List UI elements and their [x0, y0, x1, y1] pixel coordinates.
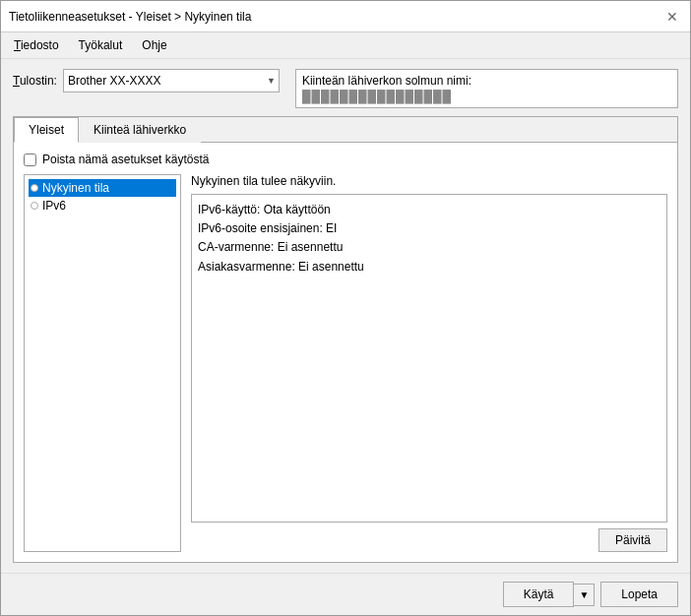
menu-ohje-label: Ohje — [142, 38, 166, 52]
printer-select[interactable]: Brother XX-XXXX — [63, 69, 280, 92]
tab-content-yleiset: Poista nämä asetukset käytöstä Nykyinen … — [14, 143, 677, 562]
close-dialog-label: Lopeta — [621, 587, 658, 601]
menu-tiedosto[interactable]: Tiedosto — [5, 34, 68, 56]
refresh-button[interactable]: Päivitä — [598, 528, 667, 552]
left-tree: Nykyinen tila IPv6 — [24, 174, 181, 552]
status-textarea[interactable] — [191, 194, 667, 523]
status-description: Nykyinen tila tulee näkyviin. — [191, 174, 667, 188]
menu-ohje[interactable]: Ohje — [133, 34, 175, 56]
printer-label: Tulostin: — [13, 74, 57, 88]
disable-settings-label[interactable]: Poista nämä asetukset käytöstä — [42, 153, 209, 166]
footer-btn-group: Käytä ▼ — [503, 582, 596, 607]
main-panel: Nykyinen tila IPv6 Nykyinen tila tulee n… — [24, 174, 667, 552]
right-panel: Nykyinen tila tulee näkyviin. Päivitä — [191, 174, 667, 552]
disable-settings-checkbox[interactable] — [24, 154, 36, 166]
tree-item-ipv6[interactable]: IPv6 — [29, 197, 176, 215]
apply-dropdown-arrow[interactable]: ▼ — [574, 584, 595, 606]
content-area: Tulostin: Brother XX-XXXX Kiinteän lähiv… — [1, 59, 690, 573]
checkbox-row: Poista nämä asetukset käytöstä — [24, 153, 667, 166]
main-window: Tietoliikenneasetukset - Yleiset > Nykyi… — [0, 0, 691, 616]
footer: Käytä ▼ Lopeta — [1, 573, 690, 615]
tree-bullet-ipv6 — [31, 202, 38, 210]
network-name-group: Kiinteän lähiverkon solmun nimi: ███████… — [295, 69, 678, 108]
tab-yleiset-label: Yleiset — [29, 123, 64, 137]
tab-kiintea-lahiverkko[interactable]: Kiinteä lähiverkko — [79, 117, 201, 143]
printer-group: Tulostin: Brother XX-XXXX — [13, 69, 280, 92]
close-button[interactable]: ✕ — [662, 10, 682, 24]
menu-tyokalut-label: Työkalut — [79, 38, 123, 52]
menu-tyokalut[interactable]: Työkalut — [70, 34, 132, 56]
menu-tiedosto-label: Tiedosto — [14, 38, 59, 52]
apply-button[interactable]: Käytä — [503, 582, 575, 607]
tab-kiintea-lahiverkko-label: Kiinteä lähiverkko — [94, 123, 186, 137]
title-bar: Tietoliikenneasetukset - Yleiset > Nykyi… — [1, 1, 690, 32]
tree-item-label-nykyinen-tila: Nykyinen tila — [42, 181, 109, 195]
network-name-label: Kiinteän lähiverkon solmun nimi: — [302, 74, 671, 88]
window-title: Tietoliikenneasetukset - Yleiset > Nykyi… — [9, 10, 251, 24]
title-bar-controls: ✕ — [662, 10, 682, 24]
apply-button-label: Käytä — [524, 587, 554, 601]
tree-item-label-ipv6: IPv6 — [42, 199, 66, 213]
network-name-value: ████████████████ — [302, 90, 671, 103]
tree-item-nykyinen-tila[interactable]: Nykyinen tila — [29, 179, 176, 197]
top-row: Tulostin: Brother XX-XXXX Kiinteän lähiv… — [13, 69, 678, 108]
close-dialog-button[interactable]: Lopeta — [600, 582, 678, 607]
tree-bullet-nykyinen-tila — [31, 184, 38, 192]
tab-yleiset[interactable]: Yleiset — [14, 117, 79, 143]
refresh-row: Päivitä — [191, 528, 667, 552]
tab-bar: Yleiset Kiinteä lähiverkko — [14, 117, 677, 143]
tab-container: Yleiset Kiinteä lähiverkko Poista nämä a… — [13, 116, 678, 563]
menu-bar: Tiedosto Työkalut Ohje — [1, 32, 690, 59]
printer-select-wrapper: Brother XX-XXXX — [63, 69, 280, 92]
